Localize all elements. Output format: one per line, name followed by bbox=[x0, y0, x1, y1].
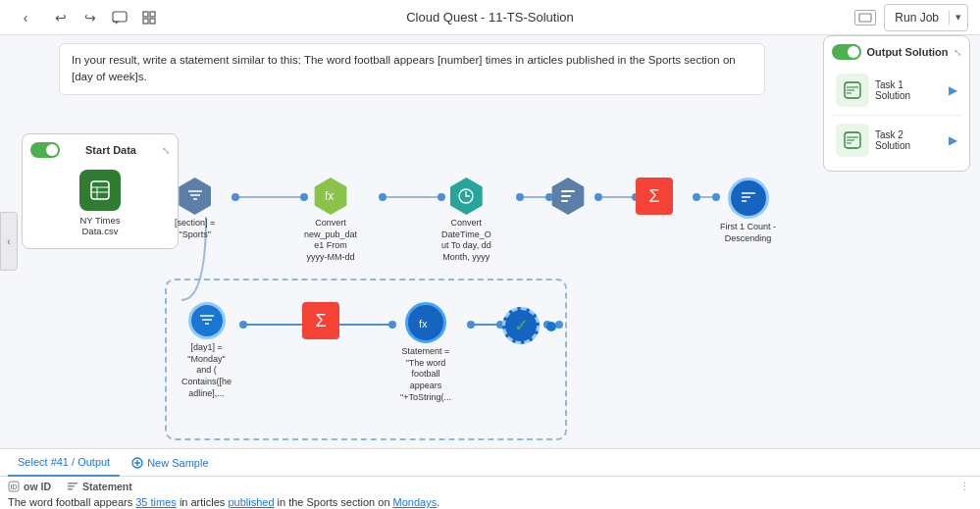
svg-rect-1 bbox=[143, 12, 148, 17]
comment-button[interactable] bbox=[106, 4, 133, 31]
output-panel-header: Output Solution ⤡ bbox=[832, 44, 961, 60]
more-options-button[interactable]: ⋮ bbox=[959, 481, 970, 493]
filter1-node[interactable]: [section] = "Sports" bbox=[175, 178, 215, 240]
bottom-tabs: Select #41 / Output New Sample bbox=[0, 449, 980, 477]
run-job-button[interactable]: Run Job ▾ bbox=[884, 4, 968, 31]
svg-point-16 bbox=[232, 193, 239, 201]
new-sample-label: New Sample bbox=[147, 457, 208, 469]
new-sample-tab[interactable]: New Sample bbox=[124, 457, 216, 469]
csv-node[interactable]: NY Times Data.csv bbox=[30, 166, 170, 240]
task1-icon bbox=[836, 74, 869, 107]
col-header-id-label: ow ID bbox=[24, 481, 51, 492]
run-job-label: Run Job bbox=[885, 11, 950, 25]
csv-node-label: NY Times Data.csv bbox=[79, 215, 120, 236]
start-data-toggle[interactable] bbox=[30, 142, 60, 158]
svg-rect-3 bbox=[143, 19, 148, 24]
svg-text:fx: fx bbox=[325, 189, 334, 203]
start-panel-collapse[interactable]: ⤡ bbox=[162, 145, 170, 156]
formula1-node[interactable]: fx Convert new_pub_dat e1 From yyyy-MM-d… bbox=[304, 178, 357, 264]
output-toggle[interactable] bbox=[832, 44, 861, 60]
svg-rect-4 bbox=[150, 19, 155, 24]
row-value-text: The word football appears 35 times in ar… bbox=[8, 496, 439, 508]
statement-icon bbox=[67, 481, 78, 492]
run-job-dropdown-arrow[interactable]: ▾ bbox=[950, 11, 967, 24]
svg-rect-65 bbox=[68, 485, 75, 487]
filter1-label: [section] = "Sports" bbox=[175, 218, 215, 240]
window-icon bbox=[854, 10, 876, 25]
formula2-label: Convert DateTime_O ut To day, dd Month, … bbox=[441, 218, 491, 264]
formula1-icon: fx bbox=[312, 178, 349, 215]
collapse-sidebar-button[interactable]: ‹ bbox=[12, 4, 39, 31]
formula3-icon: fx bbox=[405, 302, 446, 343]
column-headers-row: ID ow ID Statement bbox=[8, 481, 972, 494]
task1-item[interactable]: Task 1 Solution ▶ bbox=[832, 68, 961, 113]
svg-rect-5 bbox=[859, 14, 871, 22]
csv-node-icon bbox=[79, 170, 121, 211]
task-divider bbox=[832, 115, 961, 116]
start-panel-header: Start Data ⤡ bbox=[30, 142, 170, 158]
output-tab[interactable]: Select #41 / Output bbox=[8, 449, 120, 477]
svg-rect-32 bbox=[91, 181, 109, 199]
summarize-top-node[interactable] bbox=[549, 178, 587, 215]
app-title: Cloud Quest - 11-TS-Solution bbox=[406, 10, 574, 25]
svg-rect-2 bbox=[150, 12, 155, 17]
output-solution-panel: Output Solution ⤡ Task 1 Solution ▶ Task… bbox=[823, 35, 970, 172]
link-35: 35 times bbox=[135, 496, 177, 508]
filter2-icon bbox=[188, 302, 226, 339]
info-text-box: In your result, write a statement simila… bbox=[59, 43, 765, 95]
output-tab-label: Select #41 / Output bbox=[18, 456, 110, 468]
svg-point-18 bbox=[379, 193, 387, 201]
formula2-node[interactable]: Convert DateTime_O ut To day, dd Month, … bbox=[441, 178, 491, 264]
output-toggle-knob bbox=[848, 46, 859, 58]
id-icon: ID bbox=[8, 481, 20, 492]
filter2-node[interactable]: [day1] = "Monday" and ( Contains([he adl… bbox=[181, 302, 232, 399]
svg-text:ID: ID bbox=[11, 484, 18, 490]
svg-rect-42 bbox=[561, 195, 571, 197]
task2-item[interactable]: Task 2 Solution ▶ bbox=[832, 118, 961, 163]
svg-rect-66 bbox=[68, 488, 73, 490]
svg-point-22 bbox=[594, 193, 602, 201]
check-node-icon: ✓ bbox=[502, 307, 540, 344]
formula1-label: Convert new_pub_dat e1 From yyyy-MM-dd bbox=[304, 218, 357, 264]
undo-button[interactable]: ↩ bbox=[47, 4, 75, 31]
start-panel-title: Start Data bbox=[85, 144, 136, 156]
formula3-node[interactable]: fx Statement = "The word football appear… bbox=[400, 302, 451, 403]
new-sample-icon bbox=[131, 457, 143, 469]
filter2-label: [day1] = "Monday" and ( Contains([he adl… bbox=[181, 342, 232, 399]
filter1-icon bbox=[177, 178, 214, 215]
info-text: In your result, write a statement simila… bbox=[72, 54, 736, 82]
app-header: ‹ ↩ ↪ Cloud Quest - 11-TS-Solution Run J… bbox=[0, 0, 980, 35]
canvas-area: In your result, write a statement simila… bbox=[0, 35, 980, 447]
task2-label: Task 2 Solution bbox=[875, 129, 910, 151]
sort-node[interactable]: First 1 Count - Descending bbox=[716, 178, 780, 244]
toolbar-group: ↩ ↪ bbox=[47, 4, 163, 31]
start-data-panel: Start Data ⤡ NY Times Data.csv bbox=[22, 133, 179, 249]
sigma-bottom-node[interactable]: Σ bbox=[302, 302, 339, 339]
check-node[interactable]: ✓ bbox=[502, 307, 540, 344]
aggregate-node[interactable]: Σ bbox=[636, 178, 673, 215]
link-published: published bbox=[228, 496, 274, 508]
col-header-id: ID ow ID bbox=[8, 481, 51, 494]
col-header-statement-label: Statement bbox=[82, 481, 132, 492]
sort-node-label: First 1 Count - Descending bbox=[716, 222, 780, 244]
formula2-icon bbox=[447, 178, 485, 215]
task2-icon bbox=[836, 124, 869, 157]
sigma-bottom-icon: Σ bbox=[302, 302, 339, 339]
redo-button[interactable]: ↪ bbox=[77, 4, 104, 31]
svg-rect-64 bbox=[68, 483, 77, 484]
data-row: The word football appears 35 times in ar… bbox=[8, 494, 972, 508]
formula3-label: Statement = "The word football appears "… bbox=[400, 346, 451, 403]
grid-button[interactable] bbox=[135, 4, 163, 31]
output-panel-collapse[interactable]: ⤡ bbox=[954, 47, 961, 58]
left-collapse-button[interactable]: ‹ bbox=[0, 212, 18, 271]
summarize-top-icon bbox=[549, 178, 587, 215]
sort-node-icon bbox=[728, 178, 769, 219]
output-panel-title: Output Solution bbox=[866, 46, 948, 58]
svg-point-24 bbox=[693, 193, 700, 201]
output-dot bbox=[546, 322, 556, 331]
svg-point-20 bbox=[516, 193, 524, 201]
task1-arrow[interactable]: ▶ bbox=[949, 83, 957, 97]
task1-label: Task 1 Solution bbox=[875, 79, 910, 101]
task2-arrow[interactable]: ▶ bbox=[949, 133, 957, 147]
bottom-content: ID ow ID Statement The word football app… bbox=[0, 477, 980, 509]
